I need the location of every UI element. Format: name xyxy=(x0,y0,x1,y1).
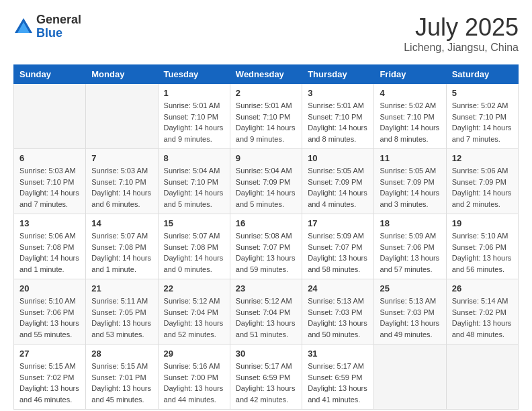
day-info: Sunrise: 5:04 AMSunset: 7:10 PMDaylight:… xyxy=(164,165,224,210)
weekday-header-saturday: Saturday xyxy=(446,65,518,84)
day-info: Sunrise: 5:07 AMSunset: 7:08 PMDaylight:… xyxy=(164,230,224,275)
weekday-header-tuesday: Tuesday xyxy=(158,65,230,84)
day-info: Sunrise: 5:03 AMSunset: 7:10 PMDaylight:… xyxy=(19,165,80,210)
day-info: Sunrise: 5:12 AMSunset: 7:04 PMDaylight:… xyxy=(236,295,296,340)
day-number: 17 xyxy=(308,218,368,228)
logo-icon xyxy=(13,17,34,37)
day-info: Sunrise: 5:06 AMSunset: 7:09 PMDaylight:… xyxy=(452,165,513,210)
calendar-cell: 13Sunrise: 5:06 AMSunset: 7:08 PMDayligh… xyxy=(14,214,86,279)
day-info: Sunrise: 5:10 AMSunset: 7:06 PMDaylight:… xyxy=(19,295,80,340)
day-info: Sunrise: 5:14 AMSunset: 7:02 PMDaylight:… xyxy=(452,295,513,340)
calendar-cell: 4Sunrise: 5:02 AMSunset: 7:10 PMDaylight… xyxy=(374,84,446,149)
calendar-cell: 21Sunrise: 5:11 AMSunset: 7:05 PMDayligh… xyxy=(86,279,158,345)
day-info: Sunrise: 5:01 AMSunset: 7:10 PMDaylight:… xyxy=(164,100,224,144)
day-number: 8 xyxy=(164,153,224,163)
calendar-cell: 29Sunrise: 5:16 AMSunset: 7:00 PMDayligh… xyxy=(158,345,230,410)
day-info: Sunrise: 5:05 AMSunset: 7:09 PMDaylight:… xyxy=(380,165,440,210)
calendar-cell: 17Sunrise: 5:09 AMSunset: 7:07 PMDayligh… xyxy=(302,214,374,279)
day-info: Sunrise: 5:15 AMSunset: 7:02 PMDaylight:… xyxy=(19,361,80,405)
day-number: 27 xyxy=(19,349,80,359)
day-number: 9 xyxy=(236,153,296,163)
day-info: Sunrise: 5:13 AMSunset: 7:03 PMDaylight:… xyxy=(380,295,440,340)
day-number: 4 xyxy=(380,88,440,98)
weekday-header-thursday: Thursday xyxy=(302,65,374,84)
day-number: 10 xyxy=(308,153,368,163)
calendar-body: 1Sunrise: 5:01 AMSunset: 7:10 PMDaylight… xyxy=(14,84,519,410)
calendar-cell: 6Sunrise: 5:03 AMSunset: 7:10 PMDaylight… xyxy=(14,149,86,214)
calendar-cell: 16Sunrise: 5:08 AMSunset: 7:07 PMDayligh… xyxy=(230,214,302,279)
day-number: 28 xyxy=(91,349,152,359)
calendar-week-row: 27Sunrise: 5:15 AMSunset: 7:02 PMDayligh… xyxy=(14,345,519,410)
day-info: Sunrise: 5:02 AMSunset: 7:10 PMDaylight:… xyxy=(380,100,440,144)
calendar-cell: 14Sunrise: 5:07 AMSunset: 7:08 PMDayligh… xyxy=(86,214,158,279)
day-number: 18 xyxy=(380,218,440,228)
day-info: Sunrise: 5:17 AMSunset: 6:59 PMDaylight:… xyxy=(308,361,368,405)
calendar-cell: 11Sunrise: 5:05 AMSunset: 7:09 PMDayligh… xyxy=(374,149,446,214)
calendar-cell: 31Sunrise: 5:17 AMSunset: 6:59 PMDayligh… xyxy=(302,345,374,410)
calendar-cell xyxy=(446,345,518,410)
weekday-header-monday: Monday xyxy=(86,65,158,84)
calendar-cell: 26Sunrise: 5:14 AMSunset: 7:02 PMDayligh… xyxy=(446,279,518,345)
day-number: 14 xyxy=(91,218,152,228)
day-number: 5 xyxy=(452,88,513,98)
calendar-cell: 2Sunrise: 5:01 AMSunset: 7:10 PMDaylight… xyxy=(230,84,302,149)
day-info: Sunrise: 5:03 AMSunset: 7:10 PMDaylight:… xyxy=(91,165,152,210)
day-info: Sunrise: 5:16 AMSunset: 7:00 PMDaylight:… xyxy=(164,361,224,405)
day-number: 22 xyxy=(164,283,224,293)
day-number: 2 xyxy=(236,88,296,98)
day-info: Sunrise: 5:09 AMSunset: 7:07 PMDaylight:… xyxy=(308,230,368,275)
calendar-cell: 15Sunrise: 5:07 AMSunset: 7:08 PMDayligh… xyxy=(158,214,230,279)
day-info: Sunrise: 5:04 AMSunset: 7:09 PMDaylight:… xyxy=(236,165,296,210)
logo-blue-text: Blue xyxy=(36,27,81,40)
day-info: Sunrise: 5:11 AMSunset: 7:05 PMDaylight:… xyxy=(91,295,152,340)
day-number: 26 xyxy=(452,283,513,293)
day-info: Sunrise: 5:05 AMSunset: 7:09 PMDaylight:… xyxy=(308,165,368,210)
day-number: 1 xyxy=(164,88,224,98)
calendar-cell: 20Sunrise: 5:10 AMSunset: 7:06 PMDayligh… xyxy=(14,279,86,345)
calendar-cell: 23Sunrise: 5:12 AMSunset: 7:04 PMDayligh… xyxy=(230,279,302,345)
calendar-header: SundayMondayTuesdayWednesdayThursdayFrid… xyxy=(14,65,519,84)
day-info: Sunrise: 5:12 AMSunset: 7:04 PMDaylight:… xyxy=(164,295,224,340)
day-number: 6 xyxy=(19,153,80,163)
calendar-cell: 10Sunrise: 5:05 AMSunset: 7:09 PMDayligh… xyxy=(302,149,374,214)
weekday-header-friday: Friday xyxy=(374,65,446,84)
month-title: July 2025 xyxy=(404,13,519,42)
day-number: 25 xyxy=(380,283,440,293)
title-area: July 2025 Licheng, Jiangsu, China xyxy=(404,13,519,54)
calendar-cell: 19Sunrise: 5:10 AMSunset: 7:06 PMDayligh… xyxy=(446,214,518,279)
calendar-cell: 9Sunrise: 5:04 AMSunset: 7:09 PMDaylight… xyxy=(230,149,302,214)
day-number: 13 xyxy=(19,218,80,228)
day-number: 15 xyxy=(164,218,224,228)
day-number: 23 xyxy=(236,283,296,293)
day-info: Sunrise: 5:06 AMSunset: 7:08 PMDaylight:… xyxy=(19,230,80,275)
day-number: 29 xyxy=(164,349,224,359)
location-title: Licheng, Jiangsu, China xyxy=(404,42,519,54)
calendar-cell: 12Sunrise: 5:06 AMSunset: 7:09 PMDayligh… xyxy=(446,149,518,214)
day-number: 3 xyxy=(308,88,368,98)
logo-general-text: General xyxy=(36,13,81,27)
day-info: Sunrise: 5:17 AMSunset: 6:59 PMDaylight:… xyxy=(236,361,296,405)
calendar-cell: 27Sunrise: 5:15 AMSunset: 7:02 PMDayligh… xyxy=(14,345,86,410)
calendar-cell: 18Sunrise: 5:09 AMSunset: 7:06 PMDayligh… xyxy=(374,214,446,279)
day-info: Sunrise: 5:10 AMSunset: 7:06 PMDaylight:… xyxy=(452,230,513,275)
calendar-cell: 5Sunrise: 5:02 AMSunset: 7:10 PMDaylight… xyxy=(446,84,518,149)
calendar-cell xyxy=(14,84,86,149)
calendar-cell: 30Sunrise: 5:17 AMSunset: 6:59 PMDayligh… xyxy=(230,345,302,410)
day-info: Sunrise: 5:15 AMSunset: 7:01 PMDaylight:… xyxy=(91,361,152,405)
day-number: 16 xyxy=(236,218,296,228)
day-number: 20 xyxy=(19,283,80,293)
calendar-week-row: 1Sunrise: 5:01 AMSunset: 7:10 PMDaylight… xyxy=(14,84,519,149)
weekday-header-wednesday: Wednesday xyxy=(230,65,302,84)
calendar-cell: 8Sunrise: 5:04 AMSunset: 7:10 PMDaylight… xyxy=(158,149,230,214)
day-number: 21 xyxy=(91,283,152,293)
day-info: Sunrise: 5:01 AMSunset: 7:10 PMDaylight:… xyxy=(236,100,296,144)
calendar-cell xyxy=(86,84,158,149)
day-number: 12 xyxy=(452,153,513,163)
day-info: Sunrise: 5:08 AMSunset: 7:07 PMDaylight:… xyxy=(236,230,296,275)
weekday-header-sunday: Sunday xyxy=(14,65,86,84)
calendar-cell: 24Sunrise: 5:13 AMSunset: 7:03 PMDayligh… xyxy=(302,279,374,345)
calendar-cell: 1Sunrise: 5:01 AMSunset: 7:10 PMDaylight… xyxy=(158,84,230,149)
calendar-week-row: 13Sunrise: 5:06 AMSunset: 7:08 PMDayligh… xyxy=(14,214,519,279)
calendar-cell: 22Sunrise: 5:12 AMSunset: 7:04 PMDayligh… xyxy=(158,279,230,345)
day-info: Sunrise: 5:07 AMSunset: 7:08 PMDaylight:… xyxy=(91,230,152,275)
